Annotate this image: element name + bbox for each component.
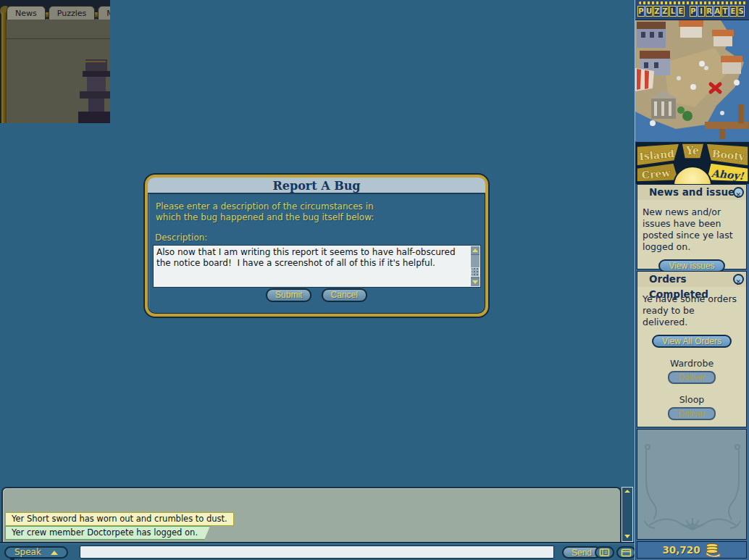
notice-board-panel — [7, 19, 110, 123]
news-panel: News and issues New news and/or issues h… — [637, 184, 747, 269]
obscured-notice-board-window: News Puzzles M — [0, 0, 110, 123]
chat-input-bar: Speak Send — [0, 542, 635, 560]
sidebar-nav-tabs: Island Ye Booty Crew Ahoy! — [635, 142, 749, 184]
chat-scroll-down-icon[interactable] — [624, 535, 631, 538]
cancel-button[interactable]: Cancel — [322, 288, 367, 302]
speak-button[interactable]: Speak — [4, 546, 68, 559]
description-textarea[interactable]: Also now that I am writing this report i… — [154, 246, 469, 287]
window-button[interactable] — [616, 546, 636, 559]
chat-scroll-up-icon[interactable] — [624, 490, 631, 493]
chat-message-crew-notice: Yer crew member Doctorpete has logged on… — [5, 526, 210, 540]
logo-letters: P U Z Z L E P I R A T E S — [637, 6, 745, 17]
instructions-line2: which the bug happened and the bug itsel… — [156, 212, 374, 222]
book-icon — [599, 548, 610, 557]
logo-scroll-ornament — [639, 1, 746, 4]
speak-label: Speak — [14, 547, 41, 557]
deliver-button-sloop[interactable]: Deliver — [668, 407, 715, 420]
building-silhouette — [71, 59, 110, 123]
chat-log[interactable]: Yer Short sword has worn out and crumble… — [1, 487, 622, 542]
textarea-scrollbar[interactable] — [469, 246, 480, 287]
dialog-buttons: Submit Cancel — [148, 287, 485, 302]
news-panel-title: News and issues — [637, 185, 746, 200]
instructions-line1: Please enter a description of the circum… — [156, 201, 374, 212]
tab-divider — [7, 38, 110, 39]
puzzle-pirates-logo: P U Z Z L E P I R A T E S — [635, 0, 749, 20]
chat-input[interactable] — [80, 546, 554, 559]
order-name: Sloop — [669, 394, 714, 405]
gold-frame-left — [1, 12, 7, 123]
report-bug-dialog: Report A Bug Please enter a description … — [145, 175, 488, 317]
money-amount: 30,720 — [662, 544, 700, 556]
orders-panel-title: Orders Completed — [637, 272, 746, 287]
chat-message-item-notice: Yer Short sword has worn out and crumble… — [5, 512, 234, 526]
view-all-orders-button[interactable]: View All Orders — [652, 335, 732, 348]
coins-in-hand-icon — [704, 543, 721, 557]
scroll-thumb[interactable] — [471, 267, 480, 277]
money-bar: 30,720 — [637, 541, 747, 559]
tab-ye[interactable]: Ye — [682, 143, 704, 159]
deliver-button-wardrobe[interactable]: Deliver — [668, 371, 715, 384]
svg-text:Ye: Ye — [685, 145, 699, 156]
window-icon — [621, 548, 632, 557]
striped-awning — [635, 68, 654, 91]
submit-button[interactable]: Submit — [266, 288, 311, 302]
description-label: Description: — [155, 233, 207, 243]
tab-news[interactable]: News — [7, 6, 46, 20]
order-name: Wardrobe — [669, 358, 714, 369]
dialog-instructions: Please enter a description of the circum… — [156, 201, 374, 223]
close-icon[interactable] — [733, 187, 744, 198]
close-icon[interactable] — [733, 274, 744, 285]
flourish-ornament — [637, 430, 748, 539]
news-panel-body: New news and/or issues have been posted … — [637, 200, 746, 253]
chat-scrollbar[interactable] — [622, 487, 633, 542]
scroll-down-icon[interactable] — [471, 277, 480, 286]
puzzle-pirates-app: News Puzzles M Report A Bug Please enter… — [0, 0, 749, 560]
description-field-wrap: Also now that I am writing this report i… — [153, 245, 481, 288]
sidebar: P U Z Z L E P I R A T E S — [635, 0, 749, 560]
orders-panel: Orders Completed Ye have some orders rea… — [637, 271, 747, 427]
tab-puzzles[interactable]: Puzzles — [49, 6, 96, 20]
chevron-up-icon — [51, 551, 58, 555]
island-map[interactable] — [635, 20, 749, 141]
dialog-body: Please enter a description of the circum… — [148, 194, 485, 311]
tab-m-clipped[interactable]: M — [98, 6, 110, 20]
dialog-title: Report A Bug — [148, 177, 485, 194]
scroll-up-icon[interactable] — [471, 246, 480, 255]
notice-board-tabs: News Puzzles M — [7, 6, 110, 20]
chat-log-book-button[interactable] — [595, 546, 614, 559]
decorative-panel — [637, 429, 747, 540]
